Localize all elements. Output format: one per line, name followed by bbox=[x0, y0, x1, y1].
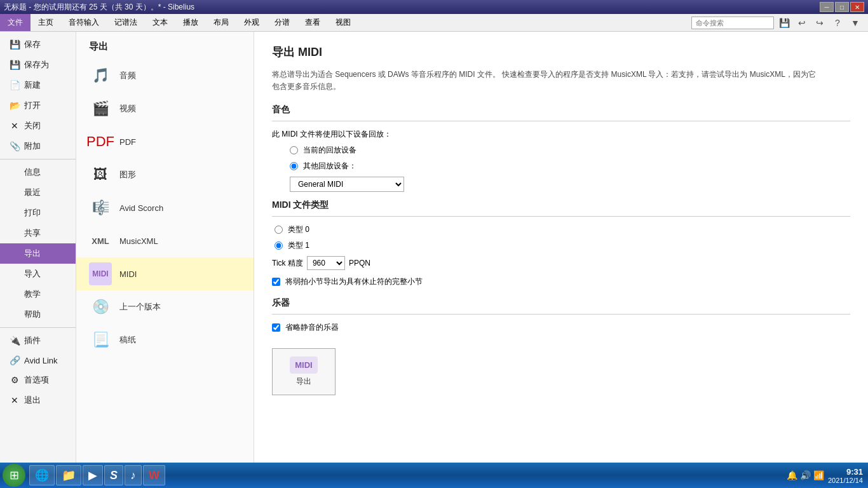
menu-tab-view2[interactable]: 视图 bbox=[328, 14, 358, 31]
type0-row[interactable]: 类型 0 bbox=[275, 224, 850, 235]
sidebar-tutorial-label: 教学 bbox=[24, 288, 41, 300]
weak-beat-checkbox[interactable] bbox=[272, 278, 280, 286]
timbre-section-title: 音色 bbox=[272, 104, 850, 116]
music-icon: ♪ bbox=[130, 469, 136, 482]
undo-button[interactable]: ↩ bbox=[794, 16, 810, 30]
musicxml-label: MusicXML bbox=[119, 236, 158, 246]
start-button[interactable]: ⊞ bbox=[3, 464, 25, 487]
menu-tab-layout[interactable]: 布局 bbox=[206, 14, 236, 31]
wps-icon: W bbox=[149, 469, 159, 482]
taskbar-sibelius-button[interactable]: S bbox=[104, 465, 123, 485]
device-dropdown[interactable]: General MIDI bbox=[290, 177, 404, 192]
sidebar-avidlink-label: Avid Link bbox=[24, 356, 58, 365]
sidebar-item-help[interactable]: 帮助 bbox=[0, 304, 76, 325]
export-manuscript-item[interactable]: 📃 稿纸 bbox=[76, 323, 254, 356]
sidebar-preferences-label: 首选项 bbox=[24, 374, 49, 386]
sidebar-import-label: 导入 bbox=[24, 268, 41, 280]
help-button[interactable]: ? bbox=[830, 16, 845, 30]
export-pdf-item[interactable]: PDF PDF bbox=[76, 125, 254, 158]
sidebar-item-plugins[interactable]: 🔌 插件 bbox=[0, 330, 76, 351]
sidebar-item-recent[interactable]: 最近 bbox=[0, 182, 76, 203]
sidebar-item-share[interactable]: 共享 bbox=[0, 223, 76, 243]
clock-time: 9:31 bbox=[828, 467, 863, 477]
tick-dropdown[interactable]: 960 bbox=[307, 256, 345, 270]
title-bar: 无标题 - 您的试用期还有 25 天（共 30 天）。* - Sibelius … bbox=[0, 0, 868, 14]
omit-silent-row[interactable]: 省略静音的乐器 bbox=[272, 322, 850, 333]
playback-label: 此 MIDI 文件将使用以下设备回放： bbox=[272, 129, 391, 140]
taskbar-media-button[interactable]: ▶ bbox=[83, 465, 103, 485]
taskbar-music-button[interactable]: ♪ bbox=[125, 465, 142, 485]
sidebar-item-attach[interactable]: 📎 附加 bbox=[0, 136, 76, 156]
menu-tab-parts[interactable]: 分谱 bbox=[267, 14, 297, 31]
system-clock[interactable]: 9:31 2021/12/14 bbox=[828, 467, 863, 484]
export-graphic-item[interactable]: 🖼 图形 bbox=[76, 158, 254, 191]
sidebar-item-quit[interactable]: ✕ 退出 bbox=[0, 390, 76, 410]
export-musicxml-item[interactable]: XML MusicXML bbox=[76, 224, 254, 257]
weak-beat-label: 将弱拍小节导出为具有休止符的完整小节 bbox=[285, 276, 423, 287]
current-playback-row[interactable]: 当前的回放设备 bbox=[290, 145, 850, 156]
menu-tab-playback[interactable]: 播放 bbox=[175, 14, 206, 31]
midi-export-title: 导出 MIDI bbox=[272, 44, 850, 60]
export-midi-item[interactable]: MIDI MIDI bbox=[76, 257, 254, 290]
sidebar-item-save[interactable]: 💾 保存 bbox=[0, 34, 76, 55]
attach-icon: 📎 bbox=[9, 141, 20, 151]
export-midi-btn-icon: MIDI bbox=[290, 356, 317, 374]
minimize-button[interactable]: ─ bbox=[820, 2, 834, 12]
taskbar: ⊞ 🌐 📁 ▶ S ♪ W 🔔 🔊 📶 9:31 2021/12/14 bbox=[0, 463, 868, 488]
taskbar-explorer-button[interactable]: 📁 bbox=[56, 465, 81, 485]
export-audio-item[interactable]: 🎵 音频 bbox=[76, 59, 254, 92]
expand-button[interactable]: ▼ bbox=[848, 16, 863, 30]
menu-tab-view1[interactable]: 查看 bbox=[297, 14, 328, 31]
sidebar-share-label: 共享 bbox=[24, 227, 41, 239]
sidebar-item-import[interactable]: 导入 bbox=[0, 264, 76, 284]
export-previous-item[interactable]: 💿 上一个版本 bbox=[76, 290, 254, 323]
sidebar-item-new[interactable]: 📄 新建 bbox=[0, 75, 76, 95]
menu-tab-notation[interactable]: 记谱法 bbox=[107, 14, 145, 31]
export-video-item[interactable]: 🎬 视频 bbox=[76, 92, 254, 125]
sidebar-item-info[interactable]: 信息 bbox=[0, 162, 76, 182]
menu-tab-file[interactable]: 文件 bbox=[0, 14, 31, 31]
other-playback-label: 其他回放设备： bbox=[303, 161, 356, 172]
other-playback-row[interactable]: 其他回放设备： bbox=[290, 161, 850, 172]
audio-icon: 🎵 bbox=[89, 64, 112, 87]
type1-row[interactable]: 类型 1 bbox=[275, 240, 850, 251]
menu-tab-text[interactable]: 文本 bbox=[145, 14, 175, 31]
sidebar-item-saveas[interactable]: 💾 保存为 bbox=[0, 55, 76, 75]
menu-tab-home[interactable]: 主页 bbox=[31, 14, 61, 31]
sidebar-item-print[interactable]: 打印 bbox=[0, 203, 76, 223]
maximize-button[interactable]: □ bbox=[835, 2, 849, 12]
playback-label-row: 此 MIDI 文件将使用以下设备回放： bbox=[272, 129, 850, 140]
menu-tab-appearance[interactable]: 外观 bbox=[236, 14, 267, 31]
sidebar-item-tutorial[interactable]: 教学 bbox=[0, 284, 76, 304]
tick-row: Tick 精度 960 PPQN bbox=[272, 256, 850, 270]
manuscript-label: 稿纸 bbox=[119, 334, 136, 346]
search-input[interactable] bbox=[691, 17, 774, 29]
new-icon: 📄 bbox=[9, 80, 20, 90]
close-button[interactable]: ✕ bbox=[850, 2, 864, 12]
save-toolbar-button[interactable]: 💾 bbox=[776, 16, 792, 30]
current-playback-label: 当前的回放设备 bbox=[303, 145, 356, 156]
type0-label: 类型 0 bbox=[288, 224, 309, 235]
menu-tab-note-input[interactable]: 音符输入 bbox=[61, 14, 107, 31]
sidebar-item-close[interactable]: ✕ 关闭 bbox=[0, 116, 76, 136]
export-scorch-item[interactable]: 🎼 Avid Scorch bbox=[76, 191, 254, 224]
type0-radio[interactable] bbox=[275, 226, 283, 234]
sidebar-item-preferences[interactable]: ⚙ 首选项 bbox=[0, 370, 76, 390]
export-button-box[interactable]: MIDI 导出 bbox=[272, 348, 336, 395]
weak-beat-row[interactable]: 将弱拍小节导出为具有休止符的完整小节 bbox=[272, 276, 850, 287]
sidebar-item-open[interactable]: 📂 打开 bbox=[0, 95, 76, 116]
tick-label: Tick 精度 bbox=[272, 258, 303, 269]
current-playback-radio[interactable] bbox=[290, 146, 298, 154]
explorer-icon: 📁 bbox=[62, 468, 76, 482]
sidebar-item-avidlink[interactable]: 🔗 Avid Link bbox=[0, 351, 76, 370]
taskbar-ie-button[interactable]: 🌐 bbox=[29, 465, 55, 485]
sidebar-item-export[interactable]: 导出 bbox=[0, 243, 76, 264]
omit-silent-checkbox[interactable] bbox=[272, 323, 280, 332]
taskbar-wps-button[interactable]: W bbox=[143, 465, 165, 485]
preferences-icon: ⚙ bbox=[9, 375, 20, 385]
type1-radio[interactable] bbox=[275, 241, 283, 250]
video-icon: 🎬 bbox=[89, 97, 112, 120]
other-playback-radio[interactable] bbox=[290, 162, 298, 170]
redo-button[interactable]: ↪ bbox=[812, 16, 827, 30]
sidebar-export-label: 导出 bbox=[24, 248, 41, 259]
